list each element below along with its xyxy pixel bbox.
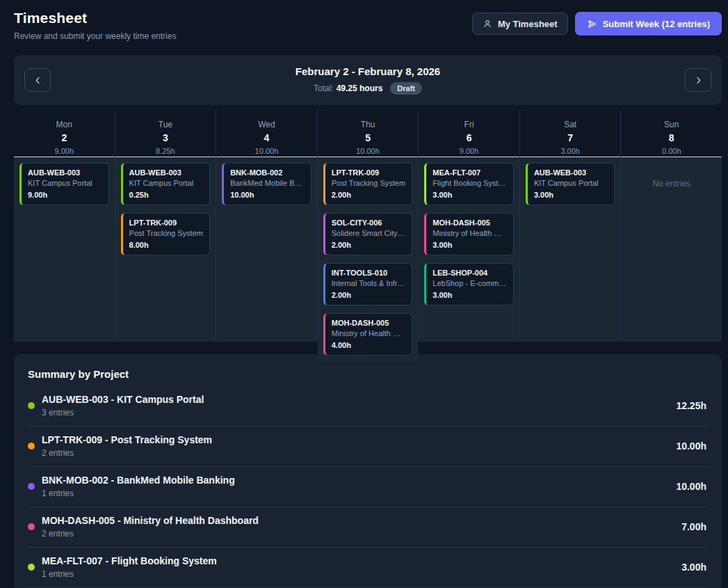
day-name: Sat — [520, 120, 621, 129]
summary-project-name: LPT-TRK-009 - Post Tracking System — [42, 434, 676, 445]
summary-project-name: MEA-FLT-007 - Flight Booking System — [42, 555, 681, 566]
time-entry-card[interactable]: LEB-SHOP-004 LebShop - E-commerce P... 3… — [424, 263, 514, 305]
entry-project: Solidere Smart City App — [332, 229, 406, 237]
time-entry-card[interactable]: MOH-DASH-005 Ministry of Health Dashb...… — [424, 213, 514, 255]
day-header: Fri 6 9.00h — [419, 111, 519, 157]
day-name: Sun — [621, 120, 722, 129]
summary-panel: Summary by Project AUB-WEB-003 - KIT Cam… — [14, 354, 722, 588]
send-icon — [587, 19, 597, 29]
project-color-dot — [28, 523, 35, 530]
day-total-hours: 10.00h — [216, 147, 317, 155]
day-header: Wed 4 10.00h — [216, 111, 317, 157]
entry-hours: 10.00h — [230, 191, 305, 199]
entry-code: MOH-DASH-005 — [332, 319, 406, 327]
day-number: 8 — [621, 132, 722, 143]
entry-project: BankMed Mobile Banking — [230, 179, 305, 187]
top-bar: Timesheet Review and submit your weekly … — [14, 10, 722, 41]
entry-project: Post Tracking System — [129, 229, 204, 237]
total-label: Total: — [314, 84, 334, 93]
summary-project-hours: 12.25h — [676, 400, 708, 411]
prev-week-button[interactable] — [24, 68, 51, 92]
time-entry-card[interactable]: BNK-MOB-002 BankMed Mobile Banking 10.00… — [222, 163, 312, 205]
time-entry-card[interactable]: AUB-WEB-003 KIT Campus Portal 0.25h — [121, 163, 211, 205]
time-entry-card[interactable]: AUB-WEB-003 KIT Campus Portal 9.00h — [19, 163, 109, 205]
time-entry-card[interactable]: LPT-TRK-009 Post Tracking System 8.00h — [121, 213, 211, 255]
entry-hours: 3.00h — [432, 191, 507, 199]
summary-entry-count: 1 entries — [42, 488, 676, 498]
day-name: Tue — [115, 120, 216, 129]
day-number: 5 — [318, 132, 419, 143]
entry-hours: 3.00h — [534, 191, 608, 199]
day-total-hours: 8.25h — [115, 147, 216, 155]
summary-project-name: AUB-WEB-003 - KIT Campus Portal — [42, 394, 676, 405]
summary-row-info: MEA-FLT-007 - Flight Booking System 1 en… — [42, 555, 681, 579]
summary-entry-count: 3 entries — [42, 408, 676, 418]
chevron-left-icon — [33, 75, 43, 86]
day-header: Mon 2 9.00h — [14, 111, 115, 157]
summary-project-hours: 10.00h — [676, 440, 708, 452]
project-color-dot — [28, 402, 35, 409]
summary-entry-count: 1 entries — [42, 569, 681, 579]
entry-project: Internal Tools & Infrastru... — [332, 279, 406, 287]
entry-code: AUB-WEB-003 — [28, 168, 102, 177]
summary-row: LPT-TRK-009 - Post Tracking System 2 ent… — [28, 427, 708, 467]
entry-code: MEA-FLT-007 — [432, 168, 507, 177]
day-entries: BNK-MOB-002 BankMed Mobile Banking 10.00… — [216, 157, 317, 342]
next-week-button[interactable] — [685, 68, 711, 92]
entry-hours: 2.00h — [332, 191, 406, 199]
time-entry-card[interactable]: SOL-CITY-006 Solidere Smart City App 2.0… — [323, 213, 413, 255]
day-total-hours: 10.00h — [318, 147, 419, 155]
entry-project: KIT Campus Portal — [129, 179, 204, 187]
time-entry-card[interactable]: MOH-DASH-005 Ministry of Health Dashb...… — [323, 313, 413, 356]
summary-row: MEA-FLT-007 - Flight Booking System 1 en… — [28, 548, 708, 588]
day-header: Tue 3 8.25h — [115, 111, 216, 157]
entry-hours: 0.25h — [129, 191, 204, 199]
timesheet-page: Timesheet Review and submit your weekly … — [0, 0, 728, 588]
day-column-sun: Sun 8 0.00h No entries — [621, 111, 722, 342]
summary-project-name: BNK-MOB-002 - BankMed Mobile Banking — [42, 475, 676, 486]
summary-row-info: AUB-WEB-003 - KIT Campus Portal 3 entrie… — [42, 394, 676, 418]
entry-code: SOL-CITY-006 — [332, 218, 406, 227]
day-number: 4 — [216, 132, 317, 143]
day-header: Sat 7 3.00h — [520, 111, 621, 157]
day-column-sat: Sat 7 3.00h AUB-WEB-003 KIT Campus Porta… — [520, 111, 622, 342]
day-number: 2 — [14, 132, 115, 143]
submit-week-button[interactable]: Submit Week (12 entries) — [575, 12, 722, 35]
day-name: Wed — [216, 120, 317, 129]
summary-row-info: LPT-TRK-009 - Post Tracking System 2 ent… — [42, 434, 676, 458]
entry-project: Post Tracking System — [332, 179, 406, 187]
submit-week-label: Submit Week (12 entries) — [603, 19, 710, 29]
entry-project: Flight Booking System — [432, 179, 507, 187]
time-entry-card[interactable]: LPT-TRK-009 Post Tracking System 2.00h — [323, 163, 413, 205]
week-navigation: February 2 - February 8, 2026 Total: 49.… — [14, 55, 722, 105]
summary-project-hours: 7.00h — [681, 521, 708, 532]
entry-hours: 4.00h — [332, 341, 406, 349]
day-number: 6 — [419, 132, 519, 143]
day-entries: AUB-WEB-003 KIT Campus Portal 3.00h — [520, 157, 621, 342]
entry-code: MOH-DASH-005 — [432, 218, 507, 227]
page-title: Timesheet — [14, 10, 176, 26]
entry-code: AUB-WEB-003 — [129, 168, 204, 177]
entry-hours: 3.00h — [432, 291, 507, 299]
time-entry-card[interactable]: INT-TOOLS-010 Internal Tools & Infrastru… — [323, 263, 413, 305]
project-color-dot — [28, 483, 35, 490]
day-name: Fri — [419, 120, 519, 129]
day-total-hours: 3.00h — [520, 147, 621, 155]
total-value: 49.25 hours — [337, 84, 383, 93]
day-column-fri: Fri 6 9.00h MEA-FLT-007 Flight Booking S… — [419, 111, 520, 342]
time-entry-card[interactable]: AUB-WEB-003 KIT Campus Portal 3.00h — [526, 163, 615, 205]
day-header: Sun 8 0.00h — [621, 111, 722, 157]
day-entries: AUB-WEB-003 KIT Campus Portal 0.25h LPT-… — [115, 157, 216, 342]
entry-project: Ministry of Health Dashb... — [332, 329, 406, 337]
day-column-mon: Mon 2 9.00h AUB-WEB-003 KIT Campus Porta… — [14, 111, 115, 342]
week-grid: Mon 2 9.00h AUB-WEB-003 KIT Campus Porta… — [14, 111, 722, 342]
summary-entry-count: 2 entries — [42, 529, 681, 539]
entry-code: LPT-TRK-009 — [129, 218, 204, 227]
entry-project: Ministry of Health Dashb... — [432, 229, 507, 237]
summary-project-hours: 10.00h — [676, 481, 708, 492]
summary-entry-count: 2 entries — [42, 448, 676, 458]
summary-row-info: MOH-DASH-005 - Ministry of Health Dashbo… — [42, 515, 681, 539]
my-timesheet-button[interactable]: My Timesheet — [472, 13, 568, 35]
day-entries: AUB-WEB-003 KIT Campus Portal 9.00h — [14, 157, 115, 342]
time-entry-card[interactable]: MEA-FLT-007 Flight Booking System 3.00h — [424, 163, 514, 205]
